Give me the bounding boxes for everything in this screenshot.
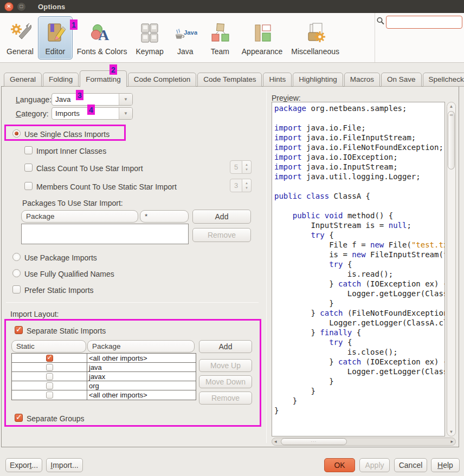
fonts-colors-icon: A [89,21,115,45]
layout-column-package[interactable]: Package [87,340,195,353]
category-editor[interactable]: Editor [38,16,73,60]
category-fonts-colors[interactable]: AFonts & Colors [73,16,132,60]
close-window-button[interactable]: ✕ [4,2,14,11]
restore-window-button[interactable]: ▢ [17,2,26,11]
table-row[interactable]: org [12,381,196,390]
export-button[interactable]: Export... [5,458,42,472]
star-import-column-star[interactable]: * [140,210,189,223]
scroll-left-icon[interactable]: ◂ [274,439,277,444]
package-cell[interactable]: javax [87,372,196,381]
spinner-arrows-icon[interactable]: ▲▼ [242,179,252,192]
table-row[interactable]: javax [12,372,196,381]
static-cell [12,363,87,371]
apply-button[interactable]: Apply [359,458,390,472]
code-line: Logger.getLogger(ClassA.class.getName())… [274,367,444,376]
static-checkbox[interactable] [46,373,53,380]
layout-remove-button[interactable]: Remove [199,392,252,405]
use-single-class-imports-label: Use Single Class Imports [24,130,109,139]
options-dialog: ✕ ▢ Options GeneralEditorAFonts & Colors… [0,0,464,476]
chevron-down-icon[interactable]: ▼ [119,108,132,119]
use-single-class-imports-radio[interactable] [12,129,21,138]
layout-move-up-button[interactable]: Move Up [199,359,252,372]
tab-spellchecker[interactable]: Spellchecker [423,73,464,87]
category-keymap[interactable]: Keymap [131,16,167,60]
import-layout-table[interactable]: <all other imports>javajavaxorg<all othe… [11,353,196,400]
package-cell[interactable]: <all other imports> [87,354,196,362]
layout-column-static[interactable]: Static [11,340,86,353]
import-button[interactable]: Import... [46,458,83,472]
titlebar: ✕ ▢ Options [0,0,464,13]
table-row[interactable]: <all other imports> [12,354,196,363]
chevron-down-icon[interactable]: ▼ [119,94,132,105]
cancel-button[interactable]: Cancel [394,458,427,472]
horizontal-scroll-thumb[interactable]: ··· [281,438,347,445]
import-inner-classes-checkbox[interactable] [24,146,33,154]
category-java[interactable]: JavaJava [168,16,203,60]
formatting-panel: Language: Java ▼ Category: Imports ▼ Use… [1,86,459,447]
scroll-up-icon[interactable]: ▲ [447,104,455,109]
help-button[interactable]: Help [431,458,460,472]
vertical-scroll-thumb[interactable]: ═ [448,111,455,169]
tab-on-save[interactable]: On Save [381,73,422,87]
preview-vertical-scrollbar[interactable]: ▲ ═ ▼ [447,102,456,436]
ok-button[interactable]: OK [324,458,355,472]
appearance-icon [249,21,275,45]
layout-move-down-button[interactable]: Move Down [199,375,252,388]
static-checkbox[interactable] [46,382,53,389]
star-import-add-button[interactable]: Add [192,210,251,224]
code-line: import java.io.InputStream; [274,162,444,172]
package-cell[interactable]: org [87,381,196,390]
tab-code-templates[interactable]: Code Templates [197,73,262,87]
static-checkbox[interactable] [46,392,53,399]
star-import-remove-button[interactable]: Remove [192,228,251,242]
class-count-spinner[interactable]: 5 ▲▼ [230,160,252,174]
use-package-imports-radio[interactable] [12,253,21,261]
tab-hints[interactable]: Hints [263,73,292,87]
separate-groups-checkbox[interactable] [15,414,23,422]
preview-horizontal-scrollbar[interactable]: ◂ ··· ▸ [272,438,456,446]
prefer-static-imports-checkbox[interactable] [12,285,21,294]
category-appearance[interactable]: Appearance [237,16,287,60]
package-cell[interactable]: java [87,363,196,371]
code-line: } [274,376,444,386]
tab-folding[interactable]: Folding [43,73,79,87]
static-checkbox[interactable] [46,364,53,371]
class-count-value: 5 [230,160,242,174]
keymap-icon [137,21,163,45]
layout-add-button[interactable]: Add [199,340,252,353]
table-row[interactable]: <all other imports> [12,390,196,400]
members-count-checkbox[interactable] [24,182,33,190]
tab-highlighting[interactable]: Highlighting [293,73,343,87]
scroll-down-icon[interactable]: ▼ [447,429,455,434]
class-count-checkbox[interactable] [24,164,33,172]
star-import-column-package[interactable]: Package [21,210,138,223]
static-cell [12,390,87,400]
use-fully-qualified-radio[interactable] [12,269,21,277]
prefer-static-imports-label: Prefer Static Imports [24,286,94,295]
separate-static-imports-checkbox[interactable] [15,326,23,334]
spinner-arrows-icon[interactable]: ▲▼ [242,160,252,174]
preview-code: package org.netbeans.samples; import jav… [272,102,444,415]
language-dropdown[interactable]: Java ▼ [51,93,133,106]
static-checkbox[interactable] [46,355,53,362]
category-miscellaneous[interactable]: Miscellaneous [287,16,344,60]
tab-code-completion[interactable]: Code Completion [128,73,196,87]
package-cell[interactable]: <all other imports> [87,390,196,400]
category-dropdown[interactable]: Imports ▼ [51,107,133,120]
members-count-spinner[interactable]: 3 ▲▼ [230,179,252,192]
tab-formatting[interactable]: Formatting [80,70,127,87]
star-import-table[interactable] [21,224,189,244]
table-row[interactable]: java [12,363,196,372]
scroll-right-icon[interactable]: ▸ [450,439,453,444]
category-general[interactable]: General [2,16,38,60]
category-list: GeneralEditorAFonts & ColorsKeymapJavaJa… [2,16,344,60]
code-line: import java.io.File; [274,123,444,133]
team-icon [207,21,233,45]
category-label: Category: [16,109,49,118]
search-input[interactable] [386,16,462,29]
code-line: File f = new File("test.txt"); [274,240,444,250]
members-count-label: Members Count To Use Static Star Import [36,182,177,191]
category-team[interactable]: Team [203,16,237,60]
tab-macros[interactable]: Macros [344,73,380,87]
tab-general[interactable]: General [4,73,42,87]
